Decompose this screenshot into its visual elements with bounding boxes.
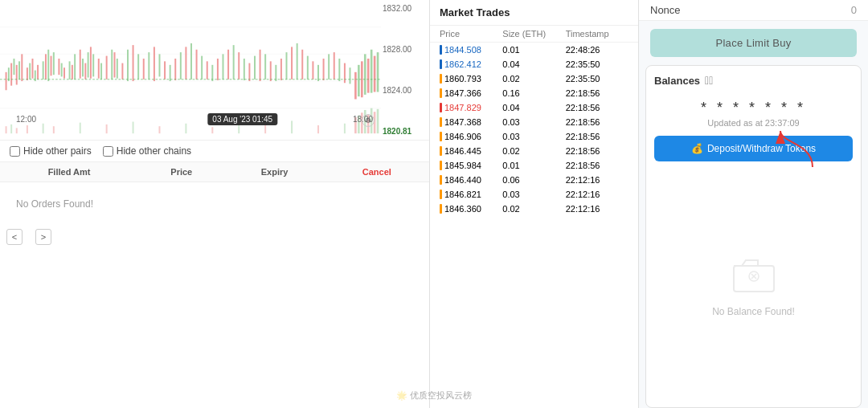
svg-rect-89 — [374, 56, 376, 92]
trades-col-timestamp: Timestamp — [566, 29, 628, 39]
trade-size: 0.02 — [502, 74, 565, 84]
svg-rect-38 — [117, 59, 118, 79]
svg-rect-33 — [98, 59, 100, 79]
svg-rect-55 — [207, 61, 208, 79]
trade-timestamp: 22:12:16 — [566, 204, 628, 214]
svg-rect-31 — [90, 47, 92, 78]
pagination-next-btn[interactable]: > — [35, 229, 51, 245]
trades-list: 1844.508 0.01 22:48:26 1862.412 0.04 22:… — [430, 43, 638, 408]
trade-size: 0.02 — [502, 146, 565, 156]
trade-row: 1862.412 0.04 22:35:50 — [430, 57, 638, 71]
trade-price: 1846.440 — [444, 175, 481, 185]
trade-color-dot — [440, 88, 442, 98]
trade-size: 0.03 — [502, 132, 565, 141]
trade-row: 1846.445 0.02 22:18:56 — [430, 144, 638, 158]
svg-rect-60 — [233, 45, 235, 80]
svg-rect-16 — [43, 61, 44, 79]
balances-title: Balances — [654, 75, 700, 87]
pagination-prev-btn[interactable]: < — [6, 229, 23, 245]
price-label-current: 1820.81 — [383, 127, 428, 136]
trade-size: 0.04 — [502, 59, 565, 69]
trade-row: 1844.508 0.01 22:48:26 — [430, 43, 638, 57]
hide-other-chains-checkbox[interactable]: Hide other chains — [103, 145, 191, 157]
trade-price-cell: 1847.368 — [440, 117, 502, 127]
balances-section: Balances 👁⃠ * * * * * * * Updated as at … — [645, 65, 862, 408]
no-balance-folder-icon — [730, 254, 778, 301]
hidden-balance-stars: * * * * * * * — [654, 93, 853, 118]
trade-price: 1846.821 — [444, 190, 481, 199]
svg-rect-97 — [80, 123, 81, 133]
svg-rect-15 — [37, 65, 39, 80]
filter-bar: Hide other pairs Hide other chains — [0, 141, 429, 162]
svg-rect-50 — [180, 52, 182, 80]
trade-timestamp: 22:35:50 — [566, 59, 628, 69]
svg-rect-42 — [137, 54, 139, 79]
svg-rect-61 — [238, 52, 240, 80]
hide-other-pairs-input[interactable] — [10, 146, 20, 157]
svg-rect-39 — [121, 63, 123, 80]
trade-color-dot — [440, 74, 442, 84]
svg-rect-29 — [84, 63, 86, 80]
no-balance-area: No Balance Found! — [654, 171, 853, 399]
trade-row: 1845.984 0.01 22:18:56 — [430, 158, 638, 173]
svg-rect-9 — [18, 61, 20, 79]
place-limit-buy-button[interactable]: Place Limit Buy — [650, 29, 857, 57]
svg-rect-24 — [69, 61, 71, 79]
trade-price-cell: 1860.793 — [440, 74, 502, 84]
svg-rect-27 — [80, 50, 81, 79]
svg-rect-106 — [317, 125, 319, 133]
svg-rect-28 — [82, 59, 84, 76]
trade-color-dot — [440, 45, 442, 55]
right-panel: Nonce 0 Place Limit Buy Balances 👁⃠ * * … — [639, 0, 868, 408]
eye-slash-icon[interactable]: 👁⃠ — [705, 74, 713, 87]
trade-price-cell: 1846.906 — [440, 132, 502, 141]
trade-timestamp: 22:48:26 — [566, 45, 628, 55]
trade-timestamp: 22:12:16 — [566, 190, 628, 199]
col-expiry: Expiry — [224, 162, 324, 182]
svg-rect-58 — [223, 54, 224, 79]
svg-rect-41 — [133, 45, 134, 81]
svg-rect-75 — [312, 61, 313, 79]
svg-rect-4 — [6, 72, 7, 90]
svg-rect-69 — [280, 59, 282, 80]
chart-settings-icon[interactable]: ⚙ — [362, 114, 375, 127]
svg-rect-47 — [164, 61, 166, 79]
deposit-withdraw-button[interactable]: 💰 Deposit/Withdraw Tokens — [654, 136, 853, 161]
hide-other-chains-input[interactable] — [103, 146, 113, 157]
svg-rect-26 — [74, 54, 76, 79]
trade-row: 1860.793 0.02 22:35:50 — [430, 71, 638, 86]
svg-rect-46 — [159, 54, 161, 76]
trade-size: 0.03 — [502, 190, 565, 199]
svg-rect-17 — [45, 54, 47, 79]
svg-rect-73 — [301, 50, 303, 80]
svg-rect-87 — [367, 59, 370, 93]
trades-col-headers: Price Size (ETH) Timestamp — [430, 26, 638, 43]
trade-price-cell: 1847.829 — [440, 103, 502, 112]
svg-rect-118 — [734, 266, 774, 292]
deposit-icon: 💰 — [691, 143, 703, 154]
trade-price-cell: 1846.440 — [440, 175, 502, 185]
svg-rect-66 — [264, 54, 266, 79]
chart-time-labels: 12:00 18:00 — [16, 115, 373, 124]
chart-price-labels: 1832.00 1828.00 1824.00 1820.81 — [381, 0, 429, 140]
trade-size: 0.04 — [502, 103, 565, 112]
trade-price-cell: 1847.366 — [440, 88, 502, 98]
svg-rect-63 — [248, 63, 250, 81]
trade-size: 0.01 — [502, 161, 565, 170]
trade-price-cell: 1844.508 — [440, 45, 502, 55]
svg-rect-93 — [16, 128, 18, 133]
svg-rect-35 — [106, 56, 108, 80]
svg-rect-49 — [174, 59, 176, 80]
svg-rect-83 — [354, 72, 357, 100]
hide-other-pairs-checkbox[interactable]: Hide other pairs — [10, 145, 92, 157]
trade-size: 0.06 — [502, 175, 565, 185]
hide-other-pairs-label: Hide other pairs — [23, 145, 92, 157]
col-price: Price — [138, 162, 224, 182]
svg-rect-96 — [53, 126, 55, 133]
balances-header: Balances 👁⃠ — [654, 74, 853, 87]
trade-price-cell: 1862.412 — [440, 59, 502, 69]
svg-rect-62 — [244, 59, 245, 80]
trade-row: 1846.906 0.03 22:18:56 — [430, 129, 638, 144]
no-orders-label: No Orders Found! — [16, 198, 413, 210]
svg-rect-80 — [338, 59, 340, 81]
